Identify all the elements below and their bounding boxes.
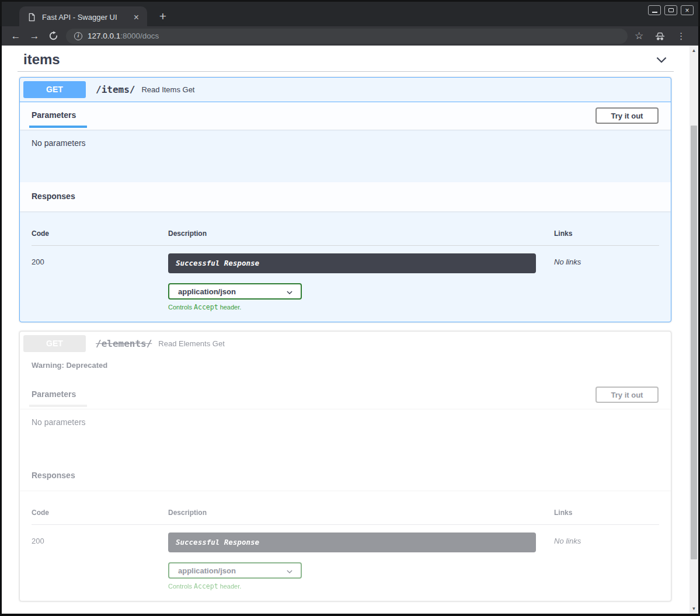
opblock-get-elements-deprecated: GET /elements/ Read Elements Get Warning… (19, 331, 671, 601)
endpoint-path: /items/ (96, 84, 135, 95)
col-header-links: Links (554, 509, 659, 517)
maximize-button[interactable] (664, 5, 677, 15)
parameters-tab-underline (29, 405, 87, 407)
endpoint-summary-row[interactable]: GET /items/ Read Items Get (20, 78, 671, 102)
response-code: 200 (32, 533, 168, 590)
col-header-description: Description (168, 229, 554, 238)
tag-title: items (23, 50, 60, 68)
responses-header: Responses (20, 461, 671, 490)
col-header-description: Description (168, 509, 554, 517)
deprecated-warning: Warning: Deprecated (20, 356, 671, 381)
tab-title: Fast API - Swagger UI (42, 13, 131, 22)
responses-table: Code Description Links 200 Successful Re… (20, 490, 671, 601)
tag-header-items[interactable]: items (18, 50, 674, 72)
parameters-header: Parameters Try it out (20, 381, 671, 409)
method-badge: GET (23, 335, 86, 352)
endpoint-description: Read Elements Get (158, 339, 224, 348)
media-type-select[interactable]: application/json (168, 562, 302, 579)
info-icon[interactable]: i (74, 32, 82, 40)
parameters-tab-underline (29, 126, 87, 128)
accept-header-note: Controls Accept header. (168, 582, 554, 590)
media-type-value: application/json (169, 566, 236, 575)
page-content: items GET /items/ Read Items Get P (2, 46, 698, 614)
tab-close-icon[interactable]: × (131, 13, 141, 22)
reload-icon[interactable] (44, 31, 62, 41)
col-header-code: Code (32, 229, 168, 238)
opblock-get-items: GET /items/ Read Items Get Parameters Tr… (19, 77, 671, 322)
parameters-tab[interactable]: Parameters (32, 110, 76, 120)
response-row: 200 Successful Response application/json… (32, 246, 659, 311)
responses-title: Responses (32, 471, 659, 480)
endpoint-description: Read Items Get (141, 85, 194, 94)
accept-header-note: Controls Accept header. (168, 303, 554, 311)
media-type-value: application/json (169, 287, 236, 296)
no-parameters-text: No parameters (20, 130, 671, 182)
response-description-cell: Successful Response application/json Con… (168, 253, 554, 311)
url-path: :8000/docs (120, 32, 159, 40)
scrollbar-thumb[interactable] (691, 126, 697, 559)
response-code: 200 (32, 253, 168, 311)
back-icon[interactable]: ← (6, 30, 25, 42)
responses-table-header: Code Description Links (32, 490, 659, 525)
menu-kebab-icon[interactable]: ⋮ (677, 31, 685, 41)
page-favicon-icon (27, 13, 36, 22)
response-links: No links (554, 533, 659, 590)
endpoint-path: /elements/ (96, 338, 152, 349)
chevron-down-icon (285, 288, 294, 297)
incognito-icon (654, 31, 666, 41)
scroll-up-icon[interactable]: ▲ (692, 46, 696, 55)
titlebar: Fast API - Swagger UI × + × (0, 0, 700, 26)
response-links: No links (554, 253, 659, 311)
responses-table-header: Code Description Links (32, 211, 659, 246)
browser-window: Fast API - Swagger UI × + × ← → i 127.0.… (0, 0, 700, 616)
col-header-code: Code (32, 509, 168, 517)
maximize-icon (668, 8, 674, 12)
vertical-scrollbar[interactable]: ▲ ▼ (689, 46, 698, 614)
response-description-cell: Successful Response application/json Con… (168, 533, 554, 590)
responses-table: Code Description Links 200 Successful Re… (20, 211, 671, 322)
responses-title: Responses (32, 192, 659, 201)
response-description-block: Successful Response (168, 533, 536, 552)
url-text: 127.0.0.1:8000/docs (88, 32, 159, 40)
no-parameters-text: No parameters (20, 409, 671, 461)
try-it-out-button[interactable]: Try it out (595, 107, 659, 124)
response-row: 200 Successful Response application/json… (32, 525, 659, 590)
bookmark-star-icon[interactable]: ☆ (635, 30, 643, 42)
try-it-out-button[interactable]: Try it out (595, 387, 659, 403)
address-bar[interactable]: i 127.0.0.1:8000/docs (66, 29, 628, 44)
parameters-header: Parameters Try it out (20, 102, 671, 130)
minimize-button[interactable] (648, 5, 661, 15)
url-host: 127.0.0.1 (88, 32, 120, 40)
browser-toolbar: ← → i 127.0.0.1:8000/docs ☆ (2, 26, 698, 46)
endpoint-summary-row[interactable]: GET /elements/ Read Elements Get (20, 332, 671, 356)
parameters-tab[interactable]: Parameters (32, 389, 76, 399)
new-tab-button[interactable]: + (155, 9, 171, 25)
col-header-links: Links (554, 229, 659, 238)
close-button[interactable]: × (681, 5, 694, 15)
response-description-block: Successful Response (168, 253, 536, 273)
media-type-select[interactable]: application/json (168, 283, 302, 300)
browser-tab[interactable]: Fast API - Swagger UI × (19, 6, 147, 28)
swagger-ui: items GET /items/ Read Items Get P (2, 46, 689, 614)
responses-header: Responses (20, 182, 671, 211)
chevron-down-icon[interactable] (654, 53, 669, 66)
method-badge: GET (23, 81, 86, 98)
forward-icon[interactable]: → (25, 30, 44, 42)
scroll-down-icon[interactable]: ▼ (692, 604, 696, 614)
chevron-down-icon (285, 568, 294, 576)
minimize-icon (652, 12, 657, 13)
